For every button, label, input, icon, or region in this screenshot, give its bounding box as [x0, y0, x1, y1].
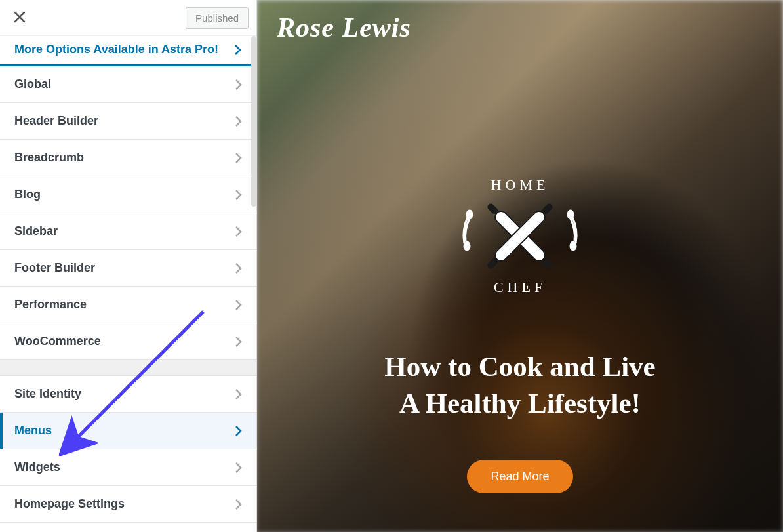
chevron-right-icon: [235, 388, 242, 400]
home-chef-badge: HOME: [451, 167, 589, 305]
chevron-right-icon: [235, 499, 242, 510]
chevron-right-icon: [235, 336, 242, 348]
svg-point-1: [467, 211, 472, 218]
nav-item-label: Widgets: [14, 460, 60, 474]
nav-item-label: Footer Builder: [14, 261, 95, 275]
nav-item-label: Header Builder: [14, 114, 98, 128]
badge-bottom-text: CHEF: [494, 279, 546, 296]
chevron-right-icon: [235, 425, 242, 437]
publish-button[interactable]: Published: [186, 7, 249, 29]
nav-item-homepage-settings[interactable]: Homepage Settings: [0, 486, 256, 523]
chevron-right-icon: [235, 299, 242, 311]
nav-item-sidebar[interactable]: Sidebar: [0, 213, 256, 250]
nav-item-label: Sidebar: [14, 224, 58, 238]
chevron-right-icon: [235, 226, 242, 237]
nav-item-header-builder[interactable]: Header Builder: [0, 103, 256, 140]
hero-line-1: How to Cook and Live: [384, 348, 655, 385]
nav-item-site-identity[interactable]: Site Identity: [0, 376, 256, 413]
nav-item-label: Menus: [14, 424, 52, 438]
nav-item-label: Site Identity: [14, 387, 81, 401]
hero-line-2: A Healthy Lifestyle!: [384, 385, 655, 422]
chevron-right-icon: [235, 79, 242, 91]
chevron-right-icon: [235, 152, 242, 164]
nav-list: GlobalHeader BuilderBreadcrumbBlogSideba…: [0, 66, 256, 532]
nav-item-label: Blog: [14, 188, 41, 201]
promo-label: More Options Available in Astra Pro!: [14, 43, 218, 56]
read-more-button[interactable]: Read More: [467, 460, 572, 493]
nav-item-blog[interactable]: Blog: [0, 176, 256, 213]
svg-point-4: [571, 242, 576, 250]
svg-point-2: [568, 211, 573, 218]
nav-item-label: Breadcrumb: [14, 151, 84, 165]
site-logo[interactable]: Rose Lewis: [277, 12, 411, 43]
chevron-right-icon: [234, 44, 242, 56]
astra-pro-promo[interactable]: More Options Available in Astra Pro!: [0, 36, 256, 66]
site-preview: Rose Lewis HOME: [257, 0, 783, 532]
nav-item-label: Global: [14, 77, 51, 91]
nav-item-label: Performance: [14, 298, 87, 312]
chevron-right-icon: [235, 262, 242, 274]
section-divider: [0, 360, 256, 376]
chevron-right-icon: [235, 115, 242, 127]
svg-point-3: [464, 242, 470, 250]
nav-item-label: WooCommerce: [14, 335, 101, 348]
scrollbar[interactable]: [251, 36, 256, 207]
nav-item-footer-builder[interactable]: Footer Builder: [0, 250, 256, 287]
chevron-right-icon: [235, 462, 242, 474]
nav-item-woocommerce[interactable]: WooCommerce: [0, 323, 256, 360]
nav-item-performance[interactable]: Performance: [0, 287, 256, 323]
badge-top-text: HOME: [491, 176, 550, 194]
nav-item-label: Homepage Settings: [14, 497, 125, 511]
hero-title: How to Cook and Live A Healthy Lifestyle…: [384, 348, 655, 422]
nav-item-breadcrumb[interactable]: Breadcrumb: [0, 140, 256, 176]
nav-item-menus[interactable]: Menus: [0, 413, 256, 449]
close-icon[interactable]: [13, 9, 26, 26]
nav-item-widgets[interactable]: Widgets: [0, 449, 256, 486]
sidebar-header: Published: [0, 0, 256, 36]
chevron-right-icon: [235, 189, 242, 201]
customizer-sidebar: Published More Options Available in Astr…: [0, 0, 257, 532]
nav-item-global[interactable]: Global: [0, 66, 256, 103]
hero-section: HOME: [257, 167, 783, 493]
